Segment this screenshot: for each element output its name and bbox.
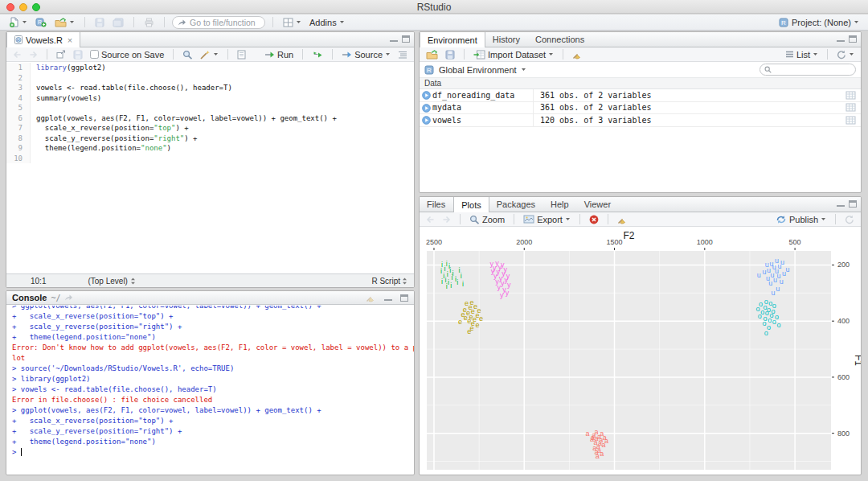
expand-object-icon[interactable] xyxy=(422,116,431,125)
console-output[interactable]: > ggplot(vowels, aes(F2, F1, color=vowel… xyxy=(6,306,414,475)
close-tab-icon[interactable]: × xyxy=(68,35,72,45)
minimize-pane-icon[interactable] xyxy=(390,35,398,43)
zoom-plot-button[interactable]: Zoom xyxy=(467,213,507,226)
minimize-pane-icon[interactable] xyxy=(837,35,845,43)
console-header: Console ~/ xyxy=(6,291,414,305)
svg-text:R: R xyxy=(427,67,432,74)
clear-console-icon[interactable] xyxy=(366,293,375,302)
environment-object-row[interactable]: df_noreading_data361 obs. of 2 variables xyxy=(420,89,861,102)
environment-object-row[interactable]: mydata361 obs. of 2 variables xyxy=(420,102,861,115)
svg-text:2500: 2500 xyxy=(426,238,442,246)
code-line[interactable]: 1library(ggplot2) xyxy=(6,63,414,73)
code-editor[interactable]: 1library(ggplot2)23vowels <- read.table(… xyxy=(6,63,414,273)
svg-text:i: i xyxy=(446,260,448,268)
tab-vowels-r[interactable]: R Vowels.R × xyxy=(6,32,80,47)
rerun-button[interactable] xyxy=(309,48,326,61)
find-replace-button[interactable] xyxy=(180,48,195,61)
save-all-button[interactable] xyxy=(110,16,126,29)
publish-button[interactable]: Publish xyxy=(773,213,829,226)
tab-packages[interactable]: Packages xyxy=(489,197,543,212)
code-line[interactable]: 6ggplot(vowels, aes(F2, F1, color=vowel,… xyxy=(6,113,414,124)
back-button[interactable] xyxy=(10,48,24,61)
code-line[interactable]: 10 xyxy=(6,154,414,164)
line-number: 7 xyxy=(6,123,31,134)
console-prompt[interactable]: > xyxy=(12,447,414,458)
maximize-pane-icon[interactable] xyxy=(849,200,857,208)
editor-statusbar: 10:1 (Top Level) R Script xyxy=(6,273,414,287)
svg-text:a: a xyxy=(596,452,600,460)
minimize-pane-icon[interactable] xyxy=(384,294,392,302)
save-source-button[interactable] xyxy=(71,48,85,61)
expand-object-icon[interactable] xyxy=(422,104,431,113)
code-line[interactable]: 8 scale_y_reverse(position="right") + xyxy=(6,134,414,144)
code-line[interactable]: 3vowels <- read.table(file.choose(), hea… xyxy=(6,83,414,93)
source-on-save-checkbox[interactable]: Source on Save xyxy=(88,48,166,61)
goto-file-input[interactable]: Go to file/function xyxy=(172,16,265,29)
console-line: > ggplot(vowels, aes(F2, F1, color=vowel… xyxy=(12,306,414,311)
clear-plots-button[interactable] xyxy=(615,213,629,226)
refresh-environment-button[interactable] xyxy=(834,48,857,61)
import-dataset-button[interactable]: Import Dataset xyxy=(471,48,556,61)
workspace-panes-button[interactable] xyxy=(280,16,304,29)
view-data-icon[interactable] xyxy=(845,116,856,125)
tab-help[interactable]: Help xyxy=(543,197,577,212)
expand-object-icon[interactable] xyxy=(422,91,431,100)
project-menu[interactable]: RProject: (None) xyxy=(776,16,862,29)
minimize-pane-icon[interactable] xyxy=(837,200,845,208)
open-in-new-window-button[interactable] xyxy=(54,48,68,61)
environment-search-input[interactable] xyxy=(760,64,856,76)
save-button[interactable] xyxy=(92,16,107,29)
object-summary: 361 obs. of 2 variables xyxy=(534,91,845,100)
svg-text:y: y xyxy=(507,281,511,289)
maximize-pane-icon[interactable] xyxy=(400,294,408,302)
svg-text:a: a xyxy=(602,441,606,449)
source-arrow-icon xyxy=(342,51,352,59)
remove-plot-button[interactable] xyxy=(587,213,601,226)
code-line[interactable]: 4summary(vowels) xyxy=(6,93,414,104)
print-button[interactable] xyxy=(141,16,157,29)
tab-connections[interactable]: Connections xyxy=(528,32,592,47)
open-file-button[interactable] xyxy=(52,16,77,29)
cursor-position[interactable]: 10:1 xyxy=(31,277,46,286)
export-plot-button[interactable]: Export xyxy=(521,213,573,226)
maximize-pane-icon[interactable] xyxy=(849,35,857,43)
code-tools-button[interactable] xyxy=(198,48,221,61)
view-data-icon[interactable] xyxy=(845,103,856,112)
run-button[interactable]: Run xyxy=(262,48,296,61)
environment-object-row[interactable]: vowels120 obs. of 3 variables xyxy=(420,114,861,127)
tab-history[interactable]: History xyxy=(485,32,528,47)
addins-menu[interactable]: Addins xyxy=(307,16,347,29)
console-popout-icon[interactable] xyxy=(64,294,73,302)
chevron-down-icon xyxy=(213,52,219,56)
svg-text:e: e xyxy=(467,327,471,335)
tab-viewer[interactable]: Viewer xyxy=(577,197,619,212)
document-outline-button[interactable] xyxy=(395,48,410,61)
code-line[interactable]: 5 xyxy=(6,103,414,113)
maximize-pane-icon[interactable] xyxy=(402,35,410,43)
addins-label: Addins xyxy=(309,18,337,27)
view-data-icon[interactable] xyxy=(845,91,856,100)
tab-environment[interactable]: Environment xyxy=(420,32,485,47)
list-view-button[interactable]: List xyxy=(783,48,821,61)
code-line[interactable]: 9 theme(legend.position="none") xyxy=(6,143,414,154)
new-project-button[interactable]: R xyxy=(33,16,49,29)
previous-plot-button[interactable] xyxy=(424,213,437,226)
code-line[interactable]: 2 xyxy=(6,73,414,84)
global-env-selector[interactable]: Global Environment xyxy=(439,65,517,75)
forward-button[interactable] xyxy=(27,48,40,61)
file-type-selector[interactable]: R Script xyxy=(371,277,407,286)
svg-text:F2: F2 xyxy=(623,230,634,241)
tab-plots[interactable]: Plots xyxy=(453,197,489,212)
next-plot-button[interactable] xyxy=(440,213,453,226)
compile-report-button[interactable] xyxy=(235,48,248,61)
scope-selector[interactable]: (Top Level) xyxy=(88,277,135,286)
load-workspace-button[interactable] xyxy=(424,48,440,61)
save-workspace-button[interactable] xyxy=(443,48,457,61)
code-line[interactable]: 7 scale_x_reverse(position="top") + xyxy=(6,123,414,134)
clear-environment-button[interactable] xyxy=(570,48,584,61)
checkbox-icon[interactable] xyxy=(90,50,99,59)
refresh-plot-button[interactable] xyxy=(842,213,857,226)
new-file-button[interactable] xyxy=(6,16,30,29)
tab-files[interactable]: Files xyxy=(420,197,453,212)
source-button[interactable]: Source xyxy=(339,48,393,61)
